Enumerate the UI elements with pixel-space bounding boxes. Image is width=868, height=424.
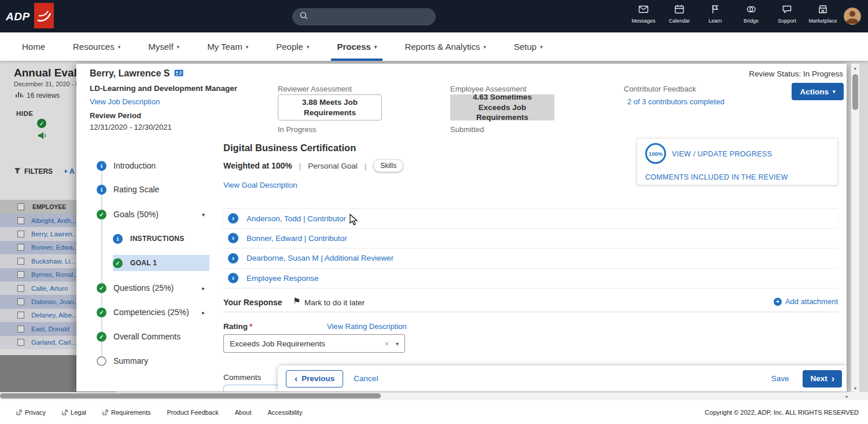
stepper-item-questions[interactable]: ✓ Questions (25%) ▸ bbox=[97, 280, 209, 296]
copyright-text: Copyright © 2022, ADP, Inc. ALL RIGHTS R… bbox=[705, 409, 868, 416]
stepper-label: Competencies (25%) bbox=[113, 308, 189, 317]
feedback-row-contributor[interactable]: › Bonner, Edward | Contributor bbox=[223, 229, 838, 249]
bridge-icon bbox=[746, 4, 756, 17]
nav-item-resources[interactable]: Resources▾ bbox=[59, 32, 134, 61]
nav-item-setup[interactable]: Setup▾ bbox=[500, 32, 557, 61]
nav-label: My Team bbox=[207, 42, 242, 52]
chevron-down-icon: ▾ bbox=[833, 89, 836, 94]
utility-support[interactable]: Support bbox=[772, 4, 802, 24]
save-link[interactable]: Save bbox=[771, 374, 789, 383]
reviewer-assessment-status: In Progress bbox=[278, 125, 316, 134]
info-icon: i bbox=[97, 161, 106, 171]
external-link-icon bbox=[102, 410, 108, 415]
stepper-item-goals[interactable]: ✓ Goals (50%) ▾ bbox=[97, 206, 209, 222]
actions-button[interactable]: Actions ▾ bbox=[792, 83, 844, 100]
footer-link-label: Legal bbox=[71, 409, 86, 416]
vertical-scrollbar[interactable]: ▲ ▼ bbox=[851, 64, 859, 392]
stepper-label: Questions (25%) bbox=[113, 283, 174, 293]
employee-name: Berry, Lawrence S bbox=[90, 68, 183, 79]
utility-label: Calendar bbox=[669, 18, 690, 24]
feedback-row-employee-response[interactable]: › Employee Response bbox=[223, 269, 838, 289]
comments-included-link[interactable]: COMMENTS INCLUDED IN THE REVIEW bbox=[645, 173, 788, 181]
rating-select[interactable]: Exceeds Job Requirements × ▾ bbox=[223, 334, 405, 353]
plus-circle-icon: + bbox=[774, 298, 782, 306]
mark-to-do-later[interactable]: Mark to do it later bbox=[304, 298, 365, 307]
view-update-progress-link[interactable]: VIEW / UPDATE PROGRESS bbox=[672, 150, 772, 158]
footer-link-about[interactable]: About bbox=[235, 409, 252, 416]
scroll-right-arrow[interactable]: ► bbox=[843, 392, 851, 400]
add-attachment-label: Add attachment bbox=[785, 297, 838, 306]
check-circle-icon: ✓ bbox=[97, 210, 106, 220]
stepper-item-instructions[interactable]: i INSTRUCTIONS bbox=[113, 231, 209, 247]
primary-nav: Home Resources▾ Myself▾ My Team▾ People▾… bbox=[0, 32, 868, 61]
adp-anniversary-badge-icon bbox=[34, 3, 54, 31]
utility-learn[interactable]: Learn bbox=[700, 4, 730, 24]
stepper-item-rating-scale[interactable]: i Rating Scale bbox=[97, 181, 209, 198]
goal-tag-chip[interactable]: Skills bbox=[373, 159, 403, 172]
nav-item-home[interactable]: Home bbox=[8, 32, 59, 61]
stepper-item-goal-1[interactable]: ✓ GOAL 1 bbox=[113, 255, 209, 271]
feedback-row-additional-reviewer[interactable]: › Dearborne, Susan M | Additional Review… bbox=[223, 248, 838, 269]
search-input[interactable] bbox=[313, 13, 429, 21]
stepper-item-overall-comments[interactable]: ✓ Overall Comments bbox=[97, 328, 209, 345]
stepper-item-summary[interactable]: Summary bbox=[97, 353, 209, 369]
chevron-right-circle-icon: › bbox=[228, 273, 238, 283]
actions-label: Actions bbox=[800, 87, 829, 96]
stepper-item-competencies[interactable]: ✓ Competencies (25%) ▸ bbox=[97, 304, 209, 320]
chevron-down-icon[interactable]: ▾ bbox=[396, 341, 399, 347]
global-search[interactable] bbox=[292, 8, 436, 25]
view-rating-description-link[interactable]: View Rating Description bbox=[327, 322, 407, 331]
contact-card-icon[interactable] bbox=[174, 68, 183, 79]
footer-link-product-feedback[interactable]: Product Feedback bbox=[167, 409, 218, 416]
footer-link-requirements[interactable]: Requirements bbox=[102, 409, 150, 416]
chevron-down-icon: ▾ bbox=[118, 44, 121, 50]
external-link-icon bbox=[16, 410, 22, 415]
view-job-description-link[interactable]: View Job Description bbox=[90, 97, 160, 106]
empty-step-icon bbox=[97, 356, 106, 366]
utility-calendar[interactable]: Calendar bbox=[664, 4, 694, 24]
next-button[interactable]: Next › bbox=[803, 370, 842, 388]
clear-selection-icon[interactable]: × bbox=[384, 339, 389, 348]
utility-nav: Messages Calendar Learn Bridge Support M… bbox=[628, 4, 838, 24]
previous-button[interactable]: ‹ Previous bbox=[286, 370, 343, 388]
vertical-scrollbar-thumb[interactable] bbox=[852, 74, 858, 110]
chevron-right-icon[interactable]: ▸ bbox=[202, 309, 205, 316]
nav-item-process[interactable]: Process▾ bbox=[323, 32, 391, 61]
chevron-down-icon: ▾ bbox=[307, 44, 310, 50]
utility-messages[interactable]: Messages bbox=[628, 4, 659, 24]
reviewer-assessment-value: 3.88 Meets Job Requirements bbox=[278, 94, 382, 120]
horizontal-scrollbar-thumb[interactable] bbox=[0, 393, 381, 399]
nav-item-myself[interactable]: Myself▾ bbox=[134, 32, 193, 61]
view-goal-description-link[interactable]: View Goal Description bbox=[223, 181, 297, 189]
chevron-right-icon[interactable]: ▸ bbox=[202, 285, 205, 291]
nav-item-people[interactable]: People▾ bbox=[262, 32, 323, 61]
goal-category: Personal Goal bbox=[308, 162, 358, 170]
utility-marketplace[interactable]: Marketplace bbox=[808, 4, 838, 24]
footer-link-label: About bbox=[235, 409, 252, 416]
review-detail-panel: Berry, Lawrence S LD-Learning and Develo… bbox=[76, 64, 847, 392]
cancel-link[interactable]: Cancel bbox=[354, 374, 378, 383]
utility-bridge[interactable]: Bridge bbox=[736, 4, 766, 24]
stepper-label: Goals (50%) bbox=[113, 210, 159, 219]
add-attachment-button[interactable]: + Add attachment bbox=[774, 297, 838, 306]
nav-item-reports-analytics[interactable]: Reports & Analytics▾ bbox=[391, 32, 500, 61]
goal-weight: Weighted at 100% bbox=[223, 161, 292, 170]
footer-link-legal[interactable]: Legal bbox=[62, 409, 86, 416]
footer-link-accessibility[interactable]: Accessibility bbox=[268, 409, 303, 416]
footer-link-privacy[interactable]: Privacy bbox=[16, 409, 46, 416]
contributor-feedback-link[interactable]: 2 of 3 contributors completed bbox=[627, 97, 724, 106]
feedback-row-contributor[interactable]: › Anderson, Todd | Contributor bbox=[223, 209, 838, 229]
top-header: ADP Messages Calendar Learn bbox=[0, 0, 868, 32]
user-avatar[interactable] bbox=[844, 8, 861, 25]
nav-item-my-team[interactable]: My Team▾ bbox=[193, 32, 262, 61]
review-period-label: Review Period bbox=[90, 111, 141, 120]
feedback-row-label: Bonner, Edward | Contributor bbox=[247, 234, 347, 243]
review-stepper: i Introduction i Rating Scale ✓ Goals (5… bbox=[85, 153, 209, 379]
scroll-up-arrow[interactable]: ▲ bbox=[851, 64, 859, 72]
stepper-item-introduction[interactable]: i Introduction bbox=[97, 158, 209, 174]
scroll-down-arrow[interactable]: ▼ bbox=[851, 384, 859, 392]
chevron-down-icon[interactable]: ▾ bbox=[202, 211, 205, 218]
adp-logo[interactable]: ADP bbox=[6, 3, 54, 31]
action-bar: ‹ Previous Cancel Save Next › bbox=[278, 365, 847, 392]
horizontal-scrollbar[interactable]: ► bbox=[0, 392, 868, 400]
